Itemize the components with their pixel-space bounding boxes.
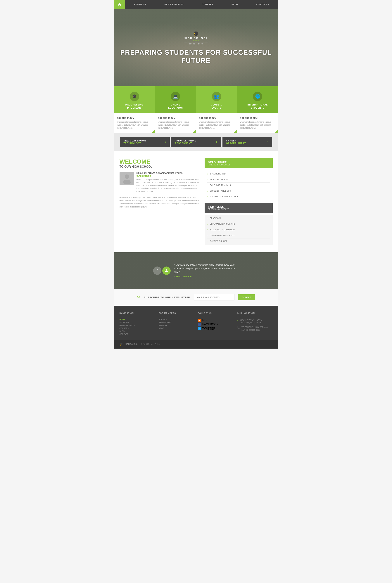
footer-news[interactable]: NEWS (159, 327, 194, 329)
corner-arrow-3 (274, 129, 278, 133)
footer-telephone: 📞 TELEPHONE: +1 800 987 6030 FAX: +1 800… (237, 326, 273, 331)
facebook-icon: f (198, 323, 201, 326)
feature-heading-1: DOLORE IPSUM (158, 117, 193, 119)
allies-link-label-2: ACADEMIC PREPARATION (210, 229, 235, 231)
footer-link-courses[interactable]: COURSES (120, 327, 155, 329)
feature-box-online: 💻 ONLINEEDUCTAION DOLORE IPSUM Vivamus v… (155, 86, 196, 133)
footer-link-news[interactable]: NEWS & EVENTS (120, 324, 155, 326)
follow-rss-label: RSS (202, 319, 208, 322)
welcome-heading: WELCOME (120, 158, 201, 165)
newsletter-email-input[interactable] (194, 294, 234, 300)
follow-facebook[interactable]: f FACEBOOK (198, 323, 234, 326)
hero-tagline: PREPARING STUDENTS FOR SUCCESSFUL FUTURE (114, 48, 278, 64)
footer-navigation: NAVIGATION HOME ABOUT US NEWS & EVENTS C… (120, 312, 155, 336)
corner-arrow-1 (192, 129, 196, 133)
hero-since: SINCE · 1997 (184, 42, 208, 45)
person-name: CLARK DIMOND (136, 175, 201, 177)
allies-link-label-0: GRADE 8-12 (210, 217, 221, 219)
nav-courses[interactable]: COURSES (200, 3, 215, 5)
footer-link-about[interactable]: ABOUT US (120, 321, 155, 324)
chevron-icon: › (207, 223, 208, 225)
allies-link-2[interactable]: › ACADEMIC PREPARATION (207, 227, 270, 233)
chevron-icon: › (207, 240, 208, 243)
nav-links: ABOUT US NEWS & EVENTS COURSES BLOG CONT… (125, 0, 278, 9)
phone-icon: 📞 (237, 326, 240, 330)
support-link-label-2: CALENDAR 2014-2015 (210, 184, 231, 186)
nav-about-us[interactable]: ABOUT US (132, 3, 148, 5)
envelope-icon: ✉ (137, 295, 140, 300)
feature-body-international: DOLORE IPSUM Vivamus vel eros eget magna… (237, 113, 278, 133)
testimonial-text: " You company delivers something really … (174, 263, 239, 278)
cta-sub-0: TECHNOLOGY (124, 142, 146, 145)
footer-gallery[interactable]: GALLERY (159, 324, 194, 326)
international-icon: 🌐 (253, 92, 262, 101)
footer-copyright: HIGH SCHOOL (125, 343, 138, 345)
allies-title: FIND ALLIES (208, 205, 269, 208)
feature-header-online: 💻 ONLINEEDUCTAION (155, 86, 196, 113)
footer-nav-heading: NAVIGATION (120, 312, 155, 316)
support-links: › BROCHURE 2014 › NEWSLETTER 2014 › CALE… (204, 170, 272, 200)
nav-contacts[interactable]: CONTACTS (254, 3, 271, 5)
welcome-section: WELCOME TO OUR HIGH SCHOOL MES CUML DIAS… (114, 151, 278, 252)
allies-header: FIND ALLIES PROGRAMS & GROUPS › GRADE 8-… (204, 203, 272, 245)
nav-blog[interactable]: BLOG (230, 3, 240, 5)
feature-heading-2: DOLORE IPSUM (199, 117, 234, 119)
welcome-left: WELCOME TO OUR HIGH SCHOOL MES CUML DIAS… (120, 158, 201, 245)
follow-tw-label: TWITTER (202, 327, 216, 330)
footer-promotions[interactable]: PROMOTIONS (159, 321, 194, 324)
support-link-2[interactable]: › CALENDAR 2014-2015 (207, 183, 270, 188)
footer-link-contact[interactable]: CONTACT (120, 333, 155, 335)
cta-section: NEW CLASSROOM TECHNOLOGY › PRIOR LEARNIN… (114, 133, 278, 151)
feature-header-international: 🌐 INTERNATIONALSTUDENTS (237, 86, 278, 113)
cta-learning[interactable]: PRIOR LEARNING ASSESSMENT › (171, 137, 221, 147)
cta-sub-1: ASSESSMENT (175, 142, 197, 145)
feature-title-online: ONLINEEDUCTAION (168, 103, 183, 109)
allies-link-3[interactable]: › CONTINUING EDUCATION (207, 233, 270, 238)
hero-students-overlay (114, 9, 278, 86)
welcome-subheading: TO OUR HIGH SCHOOL (120, 165, 201, 168)
feature-title-progressive: PROGRESSIVEPROGRAMS (126, 103, 144, 109)
person-info: MES CUML DIASED DOLORE COMMET IPSUCO. CL… (136, 172, 201, 193)
footer-link-home[interactable]: HOME (120, 319, 155, 321)
allies-link-4[interactable]: › SUMMER SCHOOL (207, 238, 270, 244)
allies-link-1[interactable]: › GRADUATION PROGRAMS (207, 221, 270, 227)
person-quote: MES CUML DIASED DOLORE COMMET IPSUCO. (136, 172, 201, 174)
chevron-icon: › (207, 217, 208, 220)
support-link-1[interactable]: › NEWSLETTER 2014 (207, 177, 270, 183)
telephone-text: TELEPHONE: +1 800 987 6030 FAX: +1 800 6… (242, 326, 268, 331)
feature-box-clubs: 👥 CLUBS &EVENTS DOLORE IPSUM Vivamus vel… (196, 86, 237, 133)
cta-arrow-2: › (268, 140, 268, 144)
hero-stars: ★ ★ ★ (184, 40, 208, 42)
feature-header-progressive: 🎓 PROGRESSIVEPROGRAMS (114, 86, 155, 113)
feature-desc-0: Vivamus vel eros eget magna euisque sagi… (117, 121, 152, 129)
allies-link-0[interactable]: › GRADE 8-12 (207, 216, 270, 221)
footer-forums[interactable]: FORUMS (159, 319, 194, 321)
testimonial-author: - Erika Lehmann (174, 275, 239, 278)
home-button[interactable] (114, 0, 125, 9)
support-link-label-1: NEWSLETTER 2014 (210, 178, 228, 181)
follow-twitter[interactable]: t TWITTER (198, 327, 234, 330)
hero-logo: 🎓 HIGH SCHOOL ★ ★ ★ SINCE · 1997 (184, 31, 208, 45)
support-link-3[interactable]: › STUDENT HANDBOOK (207, 188, 270, 194)
testimonial-icons: " (153, 266, 171, 275)
support-link-4[interactable]: › PROVINCIAL EXAM PRACTICE (207, 194, 270, 200)
person-avatar (120, 172, 134, 185)
footer-link-blog[interactable]: BLOG (120, 330, 155, 332)
feature-box-international: 🌐 INTERNATIONALSTUDENTS DOLORE IPSUM Viv… (237, 86, 278, 133)
cta-career[interactable]: CAREER OPPORTUNITIES › (222, 137, 272, 147)
newsletter-submit-button[interactable]: SUBMIT (238, 294, 255, 300)
cta-classroom[interactable]: NEW CLASSROOM TECHNOLOGY › (120, 137, 170, 147)
support-title: GET SUPPORT (208, 161, 269, 164)
support-link-0[interactable]: › BROCHURE 2014 (207, 171, 270, 177)
cta-arrow-0: › (165, 140, 166, 144)
nav-news-events[interactable]: NEWS & EVENTS (162, 3, 186, 5)
feature-desc-2: Vivamus vel eros eget magna euisque sagi… (199, 121, 234, 129)
feature-desc-3: Vivamus vel eros eget magna euisque sagi… (240, 121, 275, 129)
follow-rss[interactable]: ◉ RSS (198, 319, 234, 322)
testimonial-section: " " You company delivers something reall… (114, 252, 278, 289)
person-desc: Donor nunc elit publicam ips dicit lorem… (136, 178, 201, 193)
support-subtitle: FUNDING & RESOURCES (208, 164, 269, 166)
allies-link-label-3: CONTINUING EDUCATION (210, 234, 234, 236)
online-icon: 💻 (171, 92, 180, 101)
cta-main-2: CAREER (226, 139, 247, 142)
